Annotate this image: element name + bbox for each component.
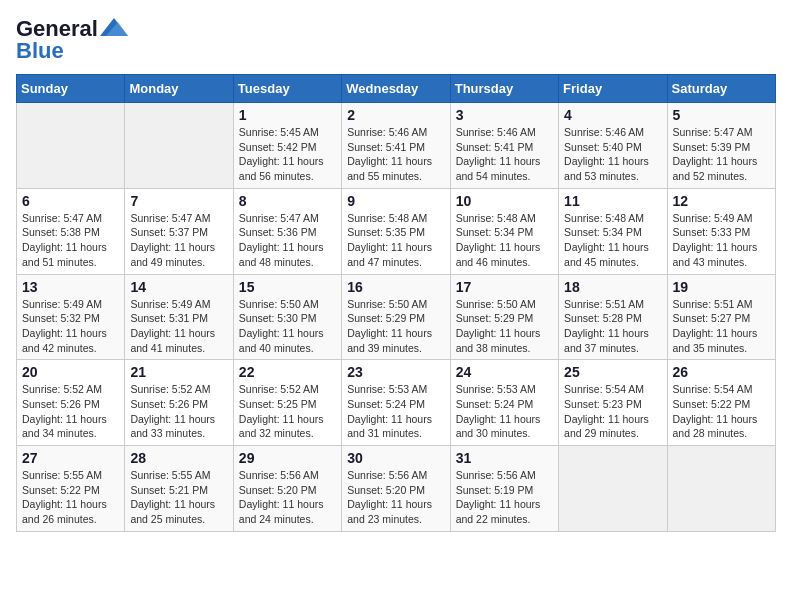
day-number: 7: [130, 193, 227, 209]
calendar-table: SundayMondayTuesdayWednesdayThursdayFrid…: [16, 74, 776, 532]
calendar-cell: 10Sunrise: 5:48 AMSunset: 5:34 PMDayligh…: [450, 188, 558, 274]
day-number: 20: [22, 364, 119, 380]
day-detail: Sunrise: 5:45 AMSunset: 5:42 PMDaylight:…: [239, 125, 336, 184]
calendar-week-1: 1Sunrise: 5:45 AMSunset: 5:42 PMDaylight…: [17, 103, 776, 189]
calendar-cell: 23Sunrise: 5:53 AMSunset: 5:24 PMDayligh…: [342, 360, 450, 446]
logo: General Blue: [16, 16, 128, 64]
day-number: 25: [564, 364, 661, 380]
calendar-cell: 9Sunrise: 5:48 AMSunset: 5:35 PMDaylight…: [342, 188, 450, 274]
day-detail: Sunrise: 5:49 AMSunset: 5:33 PMDaylight:…: [673, 211, 770, 270]
page-header: General Blue: [16, 16, 776, 64]
calendar-cell: 31Sunrise: 5:56 AMSunset: 5:19 PMDayligh…: [450, 446, 558, 532]
calendar-header-row: SundayMondayTuesdayWednesdayThursdayFrid…: [17, 75, 776, 103]
day-detail: Sunrise: 5:50 AMSunset: 5:30 PMDaylight:…: [239, 297, 336, 356]
calendar-cell: 7Sunrise: 5:47 AMSunset: 5:37 PMDaylight…: [125, 188, 233, 274]
day-detail: Sunrise: 5:52 AMSunset: 5:26 PMDaylight:…: [22, 382, 119, 441]
day-number: 4: [564, 107, 661, 123]
day-detail: Sunrise: 5:51 AMSunset: 5:27 PMDaylight:…: [673, 297, 770, 356]
day-number: 29: [239, 450, 336, 466]
calendar-cell: 16Sunrise: 5:50 AMSunset: 5:29 PMDayligh…: [342, 274, 450, 360]
day-number: 11: [564, 193, 661, 209]
day-detail: Sunrise: 5:56 AMSunset: 5:20 PMDaylight:…: [347, 468, 444, 527]
day-detail: Sunrise: 5:46 AMSunset: 5:41 PMDaylight:…: [456, 125, 553, 184]
day-number: 3: [456, 107, 553, 123]
day-detail: Sunrise: 5:47 AMSunset: 5:37 PMDaylight:…: [130, 211, 227, 270]
day-detail: Sunrise: 5:47 AMSunset: 5:39 PMDaylight:…: [673, 125, 770, 184]
calendar-cell: [125, 103, 233, 189]
day-detail: Sunrise: 5:46 AMSunset: 5:40 PMDaylight:…: [564, 125, 661, 184]
day-detail: Sunrise: 5:55 AMSunset: 5:22 PMDaylight:…: [22, 468, 119, 527]
day-detail: Sunrise: 5:49 AMSunset: 5:31 PMDaylight:…: [130, 297, 227, 356]
calendar-cell: 21Sunrise: 5:52 AMSunset: 5:26 PMDayligh…: [125, 360, 233, 446]
day-number: 26: [673, 364, 770, 380]
calendar-cell: 15Sunrise: 5:50 AMSunset: 5:30 PMDayligh…: [233, 274, 341, 360]
calendar-cell: 26Sunrise: 5:54 AMSunset: 5:22 PMDayligh…: [667, 360, 775, 446]
day-number: 24: [456, 364, 553, 380]
day-number: 16: [347, 279, 444, 295]
calendar-week-5: 27Sunrise: 5:55 AMSunset: 5:22 PMDayligh…: [17, 446, 776, 532]
logo-blue: Blue: [16, 38, 64, 64]
calendar-cell: 14Sunrise: 5:49 AMSunset: 5:31 PMDayligh…: [125, 274, 233, 360]
day-number: 18: [564, 279, 661, 295]
calendar-cell: 22Sunrise: 5:52 AMSunset: 5:25 PMDayligh…: [233, 360, 341, 446]
calendar-week-3: 13Sunrise: 5:49 AMSunset: 5:32 PMDayligh…: [17, 274, 776, 360]
day-number: 10: [456, 193, 553, 209]
calendar-cell: 20Sunrise: 5:52 AMSunset: 5:26 PMDayligh…: [17, 360, 125, 446]
calendar-cell: 4Sunrise: 5:46 AMSunset: 5:40 PMDaylight…: [559, 103, 667, 189]
weekday-header-tuesday: Tuesday: [233, 75, 341, 103]
day-number: 31: [456, 450, 553, 466]
day-number: 27: [22, 450, 119, 466]
calendar-cell: 28Sunrise: 5:55 AMSunset: 5:21 PMDayligh…: [125, 446, 233, 532]
day-detail: Sunrise: 5:52 AMSunset: 5:26 PMDaylight:…: [130, 382, 227, 441]
calendar-cell: 24Sunrise: 5:53 AMSunset: 5:24 PMDayligh…: [450, 360, 558, 446]
calendar-cell: 11Sunrise: 5:48 AMSunset: 5:34 PMDayligh…: [559, 188, 667, 274]
day-number: 2: [347, 107, 444, 123]
day-detail: Sunrise: 5:54 AMSunset: 5:22 PMDaylight:…: [673, 382, 770, 441]
day-detail: Sunrise: 5:50 AMSunset: 5:29 PMDaylight:…: [347, 297, 444, 356]
day-number: 1: [239, 107, 336, 123]
weekday-header-sunday: Sunday: [17, 75, 125, 103]
day-detail: Sunrise: 5:46 AMSunset: 5:41 PMDaylight:…: [347, 125, 444, 184]
day-detail: Sunrise: 5:56 AMSunset: 5:20 PMDaylight:…: [239, 468, 336, 527]
day-number: 30: [347, 450, 444, 466]
calendar-cell: 30Sunrise: 5:56 AMSunset: 5:20 PMDayligh…: [342, 446, 450, 532]
calendar-cell: 3Sunrise: 5:46 AMSunset: 5:41 PMDaylight…: [450, 103, 558, 189]
calendar-week-4: 20Sunrise: 5:52 AMSunset: 5:26 PMDayligh…: [17, 360, 776, 446]
calendar-cell: 1Sunrise: 5:45 AMSunset: 5:42 PMDaylight…: [233, 103, 341, 189]
calendar-cell: 5Sunrise: 5:47 AMSunset: 5:39 PMDaylight…: [667, 103, 775, 189]
day-number: 22: [239, 364, 336, 380]
day-detail: Sunrise: 5:48 AMSunset: 5:34 PMDaylight:…: [564, 211, 661, 270]
weekday-header-saturday: Saturday: [667, 75, 775, 103]
calendar-cell: 6Sunrise: 5:47 AMSunset: 5:38 PMDaylight…: [17, 188, 125, 274]
day-detail: Sunrise: 5:47 AMSunset: 5:36 PMDaylight:…: [239, 211, 336, 270]
day-number: 19: [673, 279, 770, 295]
day-detail: Sunrise: 5:49 AMSunset: 5:32 PMDaylight:…: [22, 297, 119, 356]
calendar-cell: [667, 446, 775, 532]
day-number: 14: [130, 279, 227, 295]
calendar-cell: 13Sunrise: 5:49 AMSunset: 5:32 PMDayligh…: [17, 274, 125, 360]
day-number: 28: [130, 450, 227, 466]
calendar-cell: 25Sunrise: 5:54 AMSunset: 5:23 PMDayligh…: [559, 360, 667, 446]
day-number: 9: [347, 193, 444, 209]
day-detail: Sunrise: 5:56 AMSunset: 5:19 PMDaylight:…: [456, 468, 553, 527]
day-detail: Sunrise: 5:53 AMSunset: 5:24 PMDaylight:…: [347, 382, 444, 441]
day-detail: Sunrise: 5:53 AMSunset: 5:24 PMDaylight:…: [456, 382, 553, 441]
calendar-cell: 12Sunrise: 5:49 AMSunset: 5:33 PMDayligh…: [667, 188, 775, 274]
weekday-header-friday: Friday: [559, 75, 667, 103]
day-number: 13: [22, 279, 119, 295]
day-number: 6: [22, 193, 119, 209]
calendar-cell: 19Sunrise: 5:51 AMSunset: 5:27 PMDayligh…: [667, 274, 775, 360]
calendar-cell: 27Sunrise: 5:55 AMSunset: 5:22 PMDayligh…: [17, 446, 125, 532]
weekday-header-monday: Monday: [125, 75, 233, 103]
calendar-cell: 18Sunrise: 5:51 AMSunset: 5:28 PMDayligh…: [559, 274, 667, 360]
calendar-cell: 17Sunrise: 5:50 AMSunset: 5:29 PMDayligh…: [450, 274, 558, 360]
calendar-week-2: 6Sunrise: 5:47 AMSunset: 5:38 PMDaylight…: [17, 188, 776, 274]
calendar-cell: [559, 446, 667, 532]
day-number: 21: [130, 364, 227, 380]
day-number: 23: [347, 364, 444, 380]
day-detail: Sunrise: 5:48 AMSunset: 5:34 PMDaylight:…: [456, 211, 553, 270]
day-number: 17: [456, 279, 553, 295]
calendar-cell: 8Sunrise: 5:47 AMSunset: 5:36 PMDaylight…: [233, 188, 341, 274]
day-detail: Sunrise: 5:54 AMSunset: 5:23 PMDaylight:…: [564, 382, 661, 441]
day-number: 8: [239, 193, 336, 209]
